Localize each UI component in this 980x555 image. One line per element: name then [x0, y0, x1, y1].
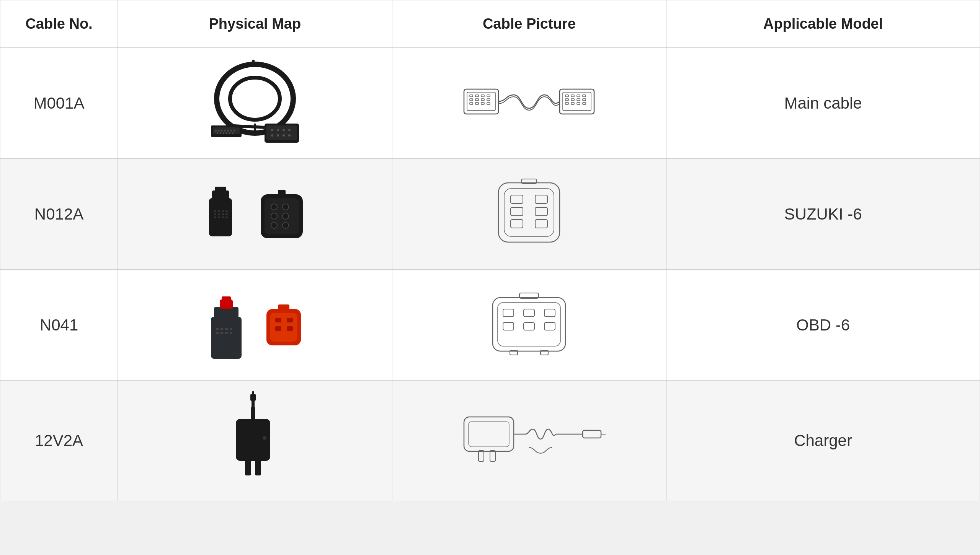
svg-rect-60	[212, 190, 229, 200]
cable-picture-cell	[392, 381, 666, 501]
cable-no-cell: N012A	[0, 159, 118, 270]
svg-rect-132	[479, 451, 484, 461]
svg-point-22	[277, 129, 279, 131]
svg-rect-34	[475, 95, 479, 97]
svg-rect-59	[209, 198, 232, 236]
charger-physical-img	[205, 388, 305, 492]
svg-rect-58	[583, 103, 586, 104]
svg-point-9	[224, 130, 226, 132]
svg-rect-93	[214, 307, 238, 318]
svg-rect-82	[278, 190, 286, 195]
svg-point-25	[271, 134, 273, 137]
svg-rect-95	[222, 296, 231, 301]
svg-rect-44	[487, 103, 490, 104]
svg-rect-98	[225, 328, 228, 330]
svg-rect-42	[475, 103, 479, 104]
cable-picture-cell	[392, 48, 666, 159]
svg-rect-54	[583, 99, 586, 101]
svg-rect-51	[565, 99, 568, 101]
svg-rect-20	[266, 125, 297, 140]
svg-rect-71	[218, 216, 220, 218]
svg-rect-36	[487, 95, 490, 97]
svg-rect-99	[230, 328, 232, 330]
svg-rect-86	[535, 195, 547, 203]
cable-picture-cell	[392, 159, 666, 270]
svg-rect-83	[498, 183, 560, 242]
svg-rect-50	[583, 95, 586, 97]
svg-rect-47	[565, 95, 568, 97]
svg-rect-122	[236, 419, 270, 461]
svg-rect-89	[511, 220, 523, 228]
svg-rect-37	[470, 99, 473, 101]
svg-point-16	[226, 132, 227, 134]
applicable-model-value: SUZUKI -6	[784, 205, 862, 223]
svg-rect-108	[275, 326, 281, 331]
cable-table: Cable No. Physical Map Cable Picture App…	[0, 0, 980, 501]
svg-point-81	[283, 222, 289, 228]
table-row: N041	[0, 270, 980, 381]
svg-rect-67	[218, 213, 220, 215]
cable-no-value: N041	[40, 316, 78, 334]
svg-rect-111	[493, 298, 565, 351]
svg-rect-84	[504, 189, 554, 236]
svg-rect-3	[252, 60, 255, 63]
cable-no-cell: M001A	[0, 48, 118, 159]
svg-rect-55	[565, 103, 568, 104]
svg-rect-68	[222, 213, 224, 215]
svg-rect-49	[577, 95, 580, 97]
svg-rect-35	[481, 95, 484, 97]
charger-picture-img	[452, 394, 606, 486]
svg-point-27	[283, 134, 285, 137]
svg-rect-65	[225, 210, 228, 212]
svg-rect-75	[265, 198, 299, 234]
svg-rect-57	[577, 103, 580, 104]
svg-point-14	[220, 132, 221, 134]
applicable-model-value: Charger	[794, 431, 852, 449]
svg-rect-63	[218, 210, 220, 212]
svg-point-10	[227, 130, 229, 132]
svg-rect-118	[544, 322, 555, 330]
svg-rect-38	[475, 99, 479, 101]
svg-rect-128	[252, 391, 254, 395]
svg-point-11	[230, 130, 232, 132]
svg-point-6	[215, 130, 217, 132]
svg-rect-116	[503, 322, 514, 330]
svg-point-77	[283, 204, 289, 210]
svg-rect-87	[511, 207, 523, 216]
physical-map-cell	[118, 159, 392, 270]
svg-rect-113	[503, 309, 514, 317]
svg-rect-33	[470, 95, 473, 97]
svg-point-80	[271, 222, 277, 228]
svg-point-79	[283, 213, 289, 219]
svg-rect-96	[216, 328, 219, 330]
svg-point-12	[234, 130, 235, 132]
table-row: M001A	[0, 48, 980, 159]
svg-rect-61	[215, 187, 226, 191]
cable-no-value: N012A	[34, 205, 83, 223]
svg-rect-62	[214, 210, 216, 212]
svg-point-21	[271, 129, 273, 131]
applicable-model-cell: OBD -6	[666, 270, 980, 381]
svg-rect-92	[211, 317, 242, 359]
applicable-model-value: OBD -6	[796, 316, 850, 334]
main-cable-picture-img	[456, 60, 602, 145]
svg-rect-39	[481, 99, 484, 101]
svg-rect-97	[220, 328, 223, 330]
cable-no-cell: 12V2A	[0, 381, 118, 501]
applicable-model-cell: SUZUKI -6	[666, 159, 980, 270]
svg-rect-107	[287, 318, 293, 322]
svg-rect-88	[535, 207, 547, 216]
svg-rect-72	[222, 216, 224, 218]
svg-rect-53	[577, 99, 580, 101]
cable-no-cell: N041	[0, 270, 118, 381]
svg-point-1	[230, 78, 280, 120]
physical-map-cell	[118, 270, 392, 381]
svg-rect-40	[487, 99, 490, 101]
svg-point-15	[223, 132, 224, 134]
main-cable-physical-img	[190, 57, 320, 148]
svg-point-8	[221, 130, 223, 132]
svg-rect-73	[225, 216, 228, 218]
svg-rect-52	[571, 99, 574, 101]
svg-line-29	[226, 125, 265, 127]
svg-rect-2	[250, 62, 260, 67]
